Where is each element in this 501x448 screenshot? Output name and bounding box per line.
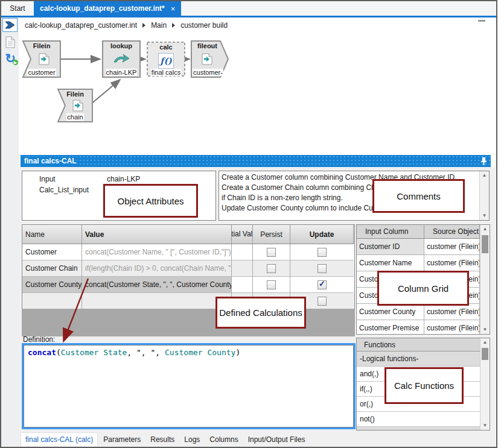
update-cell[interactable] — [290, 277, 354, 293]
definition-editor[interactable]: concat(Customer State, ", ", Customer Co… — [22, 343, 356, 429]
input-column-cell[interactable]: Customer ID — [357, 239, 424, 255]
persist-checkbox[interactable] — [267, 280, 276, 289]
scroll-up-icon[interactable]: ▲ — [480, 171, 489, 180]
run-button[interactable] — [2, 18, 18, 32]
column-row[interactable]: Customer ID customer (Filein) — [357, 239, 490, 255]
definition-label: Definition: — [23, 335, 55, 344]
header-value[interactable]: Value — [82, 225, 232, 244]
tab-results[interactable]: Results — [146, 432, 179, 446]
node-type-label: Filein — [58, 90, 92, 98]
calc-function-icon: ƒ() — [147, 53, 185, 69]
update-cell[interactable] — [290, 244, 354, 260]
column-row[interactable]: Customer Name customer (Filein) — [357, 255, 490, 271]
fileout-icon — [191, 53, 228, 65]
column-grid-scrollbar[interactable]: ▲ ▼ — [480, 225, 490, 334]
update-checkbox[interactable] — [318, 264, 327, 273]
panel-header[interactable]: final calcs-CAL — [21, 155, 491, 167]
close-tab-icon[interactable]: × — [171, 4, 176, 13]
tab-final-calcs-cal[interactable]: final calcs-CAL (calc) — [21, 432, 98, 446]
scroll-thumb[interactable] — [482, 235, 488, 253]
scroll-down-icon[interactable]: ▼ — [480, 421, 490, 430]
splitter-handle[interactable] — [478, 20, 485, 22]
source-object-cell[interactable]: customer (Filein) — [424, 320, 480, 335]
calc-row[interactable]: Customer Chain if(length(Chain ID) > 0, … — [22, 260, 354, 277]
calc-row-selected[interactable]: Customer County concat(Customer State, "… — [22, 277, 354, 293]
update-cell[interactable] — [290, 260, 354, 277]
update-checkbox[interactable] — [318, 280, 327, 289]
annotation-comments: Comments — [372, 179, 465, 213]
header-update[interactable]: Update — [290, 225, 354, 244]
calc-value-cell[interactable]: if(length(Chain ID) > 0, concat(Chain Na… — [82, 260, 232, 277]
filein-icon — [58, 99, 92, 112]
tab-input-output-files[interactable]: Input/Output Files — [244, 432, 310, 446]
source-object-cell[interactable]: customer (Filein) — [424, 255, 480, 271]
attribute-value[interactable]: chain-LKP — [107, 175, 140, 183]
attribute-row[interactable]: Input chain-LKP — [22, 174, 215, 185]
functions-header: Functions — [357, 338, 490, 352]
pin-icon[interactable] — [480, 157, 487, 166]
node-name-label: customer- — [191, 69, 228, 76]
tab-logs[interactable]: Logs — [180, 432, 204, 446]
node-filein-customer[interactable]: Filein customer — [23, 41, 60, 77]
token-paren: ( — [56, 348, 61, 357]
breadcrumb-file[interactable]: calc-lookup_dataprep_customer.int — [25, 21, 137, 30]
filein-icon — [23, 53, 60, 65]
header-persist[interactable]: Persist — [253, 225, 290, 244]
annotation-defined-calculations: Defined Calculations — [215, 297, 306, 329]
token-paren: ) — [235, 348, 240, 357]
update-checkbox[interactable] — [318, 297, 327, 306]
scroll-down-icon[interactable]: ▼ — [480, 212, 489, 220]
calc-value-cell[interactable]: concat(Customer State, ", ", Customer Co… — [82, 277, 232, 293]
update-checkbox[interactable] — [318, 248, 327, 257]
tab-start[interactable]: Start — [1, 1, 34, 16]
scroll-up-icon[interactable]: ▲ — [480, 225, 490, 233]
breadcrumb: calc-lookup_dataprep_customer.int Main c… — [19, 17, 496, 33]
calc-value-cell[interactable]: concat(Customer Name, " [", Customer ID,… — [82, 244, 232, 260]
tab-active-document[interactable]: calc-lookup_dataprep_customer.int* × — [34, 1, 181, 16]
column-row[interactable]: Customer County customer (Filein) — [357, 304, 490, 320]
calc-name-cell[interactable]: Customer — [22, 244, 82, 260]
input-column-cell[interactable]: Customer County — [357, 304, 424, 320]
header-name[interactable]: Name — [22, 225, 82, 244]
persist-checkbox[interactable] — [267, 248, 276, 257]
scroll-down-icon[interactable]: ▼ — [480, 326, 490, 334]
left-toolbar — [1, 17, 19, 446]
node-calc[interactable]: calc ƒ() final calcs — [147, 42, 185, 77]
node-lookup[interactable]: lookup chain-LKP — [103, 41, 140, 77]
calc-name-cell[interactable] — [22, 293, 82, 309]
function-category: -Logical functions- — [357, 352, 481, 367]
breadcrumb-customer-build[interactable]: customer build — [180, 21, 228, 30]
column-row[interactable]: Customer Premise customer (Filein) — [357, 320, 490, 335]
input-column-cell[interactable]: Customer Premise — [357, 320, 424, 335]
calc-name-cell[interactable]: Customer Chain — [22, 260, 82, 277]
source-object-cell[interactable]: customer (Filein) — [424, 304, 480, 320]
persist-cell[interactable] — [253, 244, 290, 260]
comments-scrollbar[interactable]: ▲ ▼ — [479, 171, 489, 220]
input-column-cell[interactable]: Customer Name — [357, 255, 424, 271]
scroll-thumb[interactable] — [482, 348, 488, 360]
breadcrumb-main[interactable]: Main — [151, 21, 167, 30]
refresh-run-button[interactable]: ↻ ▶ — [2, 51, 18, 66]
persist-cell[interactable] — [253, 260, 290, 277]
node-fileout[interactable]: fileout customer- — [191, 41, 228, 77]
calc-value-cell[interactable] — [82, 293, 232, 309]
persist-checkbox[interactable] — [267, 264, 276, 273]
calc-name-cell[interactable]: Customer County — [22, 277, 82, 293]
node-filein-chain[interactable]: Filein chain — [58, 89, 92, 122]
initial-value-cell[interactable] — [232, 277, 253, 293]
definition-expression[interactable]: concat(Customer State, ", ", Customer Co… — [24, 345, 354, 427]
initial-value-cell[interactable] — [232, 260, 253, 277]
calc-row[interactable]: Customer concat(Customer Name, " [", Cus… — [22, 244, 354, 260]
tab-parameters[interactable]: Parameters — [99, 432, 145, 446]
tab-columns[interactable]: Columns — [205, 432, 242, 446]
scroll-up-icon[interactable]: ▲ — [480, 338, 490, 347]
header-source-object[interactable]: Source Object — [424, 225, 480, 239]
header-input-column[interactable]: Input Column — [357, 225, 424, 239]
initial-value-cell[interactable] — [232, 244, 253, 260]
source-object-cell[interactable]: customer (Filein) — [424, 239, 480, 255]
persist-cell[interactable] — [253, 277, 290, 293]
functions-scrollbar[interactable]: ▲ ▼ — [480, 338, 490, 430]
report-button[interactable] — [5, 36, 16, 48]
header-initial-value[interactable]: Initial Value — [232, 225, 253, 244]
function-item[interactable]: not() — [357, 412, 481, 427]
